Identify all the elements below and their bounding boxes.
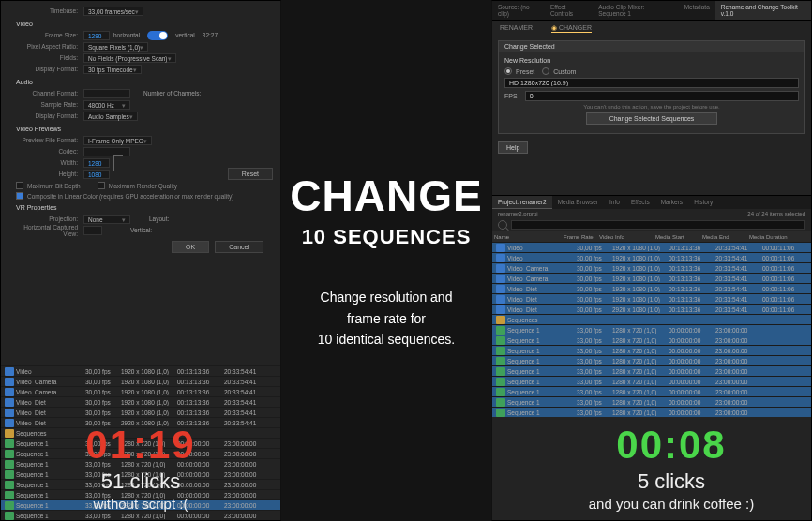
table-row[interactable]: Video30,00 fps1920 x 1080 (1,0)00:13:13:… <box>1 365 280 376</box>
linear-checkbox[interactable] <box>16 192 23 200</box>
top-tab[interactable]: Metadata <box>679 1 715 20</box>
table-row[interactable]: Video_Diet30,00 fps2920 x 1080 (1,0)00:1… <box>492 304 811 314</box>
table-row[interactable]: Video_Camera30,00 fps1920 x 1080 (1,0)00… <box>492 273 811 283</box>
top-tab[interactable]: Source: (no clip) <box>492 1 545 20</box>
table-row[interactable]: Video_Camera30,00 fps1920 x 1080 (1,0)00… <box>1 376 280 386</box>
right-clicks: 5 clicks <box>540 469 803 494</box>
fps-input[interactable] <box>525 91 799 101</box>
link-icon[interactable] <box>113 155 123 171</box>
framesize-label: Frame Size: <box>16 32 83 38</box>
right-project-bin[interactable]: Video30,00 fps1920 x 1080 (1,0)00:13:13:… <box>492 242 811 417</box>
right-time: 00:08 <box>540 423 803 468</box>
top-tabs[interactable]: Source: (no clip)Effect ControlsAudio Cl… <box>492 1 811 21</box>
table-row[interactable]: Video_Diet30,00 fps1920 x 1080 (1,0)00:1… <box>492 283 811 293</box>
center-subtitle: 10 SEQUENCES <box>302 225 472 249</box>
sub-tabs[interactable]: RENAMER ◉ CHANGER <box>492 21 811 37</box>
mov-icon <box>5 378 14 386</box>
chfmt-label: Channel Format: <box>16 90 83 97</box>
cs-title: Change Selected <box>499 41 804 52</box>
table-row[interactable]: Video_Camera30,00 fps1920 x 1080 (1,0)00… <box>492 262 811 273</box>
height-label: Height: <box>16 171 83 177</box>
undo-hint: You can't undo this action, save the pro… <box>504 104 799 110</box>
maxrq-checkbox[interactable] <box>98 182 105 189</box>
codec-dropdown[interactable] <box>83 147 130 156</box>
project-search[interactable] <box>492 218 811 231</box>
table-row[interactable]: Video_Diet30,00 fps1920 x 1080 (1,0)00:1… <box>1 396 280 407</box>
seq-icon <box>5 512 14 520</box>
project-tab[interactable]: Info <box>604 196 625 209</box>
change-sequences-button[interactable]: Change Selected Sequences <box>586 112 717 125</box>
mov-icon <box>5 367 14 376</box>
seq-icon <box>496 367 505 376</box>
table-row[interactable]: Video30,00 fps1920 x 1080 (1,0)00:13:13:… <box>492 252 811 262</box>
table-row[interactable]: Sequence 133,00 fps1280 x 720 (1,0)00:00… <box>492 376 811 386</box>
custom-radio[interactable]: Custom <box>542 67 576 75</box>
tab-renamer[interactable]: RENAMER <box>500 24 533 33</box>
center-caption: CHANGE 10 SEQUENCES Change resolution an… <box>281 0 491 521</box>
help-button[interactable]: Help <box>498 141 528 154</box>
table-row[interactable]: Video_Camera30,00 fps1920 x 1080 (1,0)00… <box>1 386 280 396</box>
ok-button[interactable]: OK <box>172 241 209 253</box>
timebase-dropdown[interactable]: 33,00 frames/sec <box>83 7 143 16</box>
table-row[interactable]: Sequence 133,00 fps1280 x 720 (1,0)00:00… <box>492 407 811 417</box>
mov-icon <box>5 398 14 407</box>
project-tab[interactable]: Media Browser <box>552 196 604 209</box>
table-row[interactable]: Video_Diet30,00 fps1920 x 1080 (1,0)00:1… <box>492 293 811 304</box>
mov-icon <box>496 295 505 304</box>
search-icon[interactable] <box>498 220 507 230</box>
search-input[interactable] <box>511 220 805 230</box>
top-tab[interactable]: Audio Clip Mixer: Sequence 1 <box>593 1 678 20</box>
chfmt-dropdown[interactable] <box>83 89 130 98</box>
srate-dropdown[interactable]: 48000 Hz <box>83 100 130 110</box>
width-input[interactable]: 1280 <box>83 158 110 168</box>
seq-icon <box>496 388 505 396</box>
cancel-button[interactable]: Cancel <box>215 241 263 253</box>
audio-header: Audio <box>16 79 273 85</box>
new-res-label: New Resolution <box>504 57 799 64</box>
project-tab[interactable]: History <box>688 196 718 209</box>
seq-icon <box>496 357 505 365</box>
resolution-input[interactable] <box>504 78 799 88</box>
pff-dropdown[interactable]: I-Frame Only MPEG <box>83 136 152 145</box>
fps-label: FPS <box>504 93 518 99</box>
table-row[interactable]: Sequence 133,00 fps1280 x 720 (1,0)00:00… <box>492 365 811 376</box>
par-dropdown[interactable]: Square Pixels (1,0) <box>83 42 148 52</box>
left-note: without script :( <box>9 496 272 512</box>
framesize-w[interactable]: 1280 <box>83 31 110 40</box>
preset-radio[interactable]: Preset <box>504 67 534 75</box>
sequence-settings-form: Timebase:33,00 frames/sec Video Frame Si… <box>1 1 280 260</box>
right-timer: 00:08 5 clicks and you can drink coffee … <box>540 423 803 512</box>
tab-changer[interactable]: ◉ CHANGER <box>551 24 592 33</box>
table-row[interactable]: Sequences <box>492 314 811 324</box>
project-tab[interactable]: Markers <box>655 196 688 209</box>
project-tabs[interactable]: Project: renamer2Media BrowserInfoEffect… <box>492 195 811 209</box>
reset-button[interactable]: Reset <box>228 168 273 180</box>
preview-header: Video Previews <box>16 126 273 132</box>
table-row[interactable]: Sequence 133,00 fps1280 x 720 (1,0)00:00… <box>492 345 811 355</box>
framesize-toggle[interactable] <box>147 31 168 40</box>
table-row[interactable]: Sequence 133,00 fps1280 x 720 (1,0)00:00… <box>492 335 811 345</box>
bin-header: NameFrame RateVideo InfoMedia StartMedia… <box>492 231 811 242</box>
height-input[interactable]: 1080 <box>83 170 110 179</box>
chnum-label: Number of Channels: <box>143 90 201 97</box>
project-tab[interactable]: Effects <box>625 196 655 209</box>
table-row[interactable]: Sequence 133,00 fps1280 x 720 (1,0)00:00… <box>492 355 811 365</box>
top-tab[interactable]: Rename and Change Toolkit v.1.0 <box>715 1 811 20</box>
fields-dropdown[interactable]: No Fields (Progressive Scan) <box>83 53 176 63</box>
adispfmt-dropdown[interactable]: Audio Samples <box>83 112 138 121</box>
dispfmt-dropdown[interactable]: 30 fps Timecode <box>83 65 142 74</box>
project-info: renamer2.prproj24 of 24 items selected <box>492 209 811 218</box>
project-tab[interactable]: Project: renamer2 <box>492 196 552 209</box>
top-tab[interactable]: Effect Controls <box>545 1 593 20</box>
pff-label: Preview File Format: <box>16 137 83 143</box>
timebase-label: Timebase: <box>16 7 83 14</box>
table-row[interactable]: Sequence 133,00 fps1280 x 720 (1,0)00:00… <box>492 386 811 396</box>
table-row[interactable]: Video30,00 fps1920 x 1080 (1,0)00:13:13:… <box>492 242 811 252</box>
table-row[interactable]: Sequence 133,00 fps1280 x 720 (1,0)00:00… <box>492 396 811 407</box>
fields-label: Fields: <box>16 54 83 61</box>
maxdepth-checkbox[interactable] <box>16 182 23 189</box>
proj-dropdown[interactable]: None <box>83 215 130 224</box>
table-row[interactable]: Video_Diet30,00 fps1920 x 1080 (1,0)00:1… <box>1 407 280 417</box>
seq-icon <box>496 347 505 355</box>
table-row[interactable]: Sequence 133,00 fps1280 x 720 (1,0)00:00… <box>492 324 811 335</box>
